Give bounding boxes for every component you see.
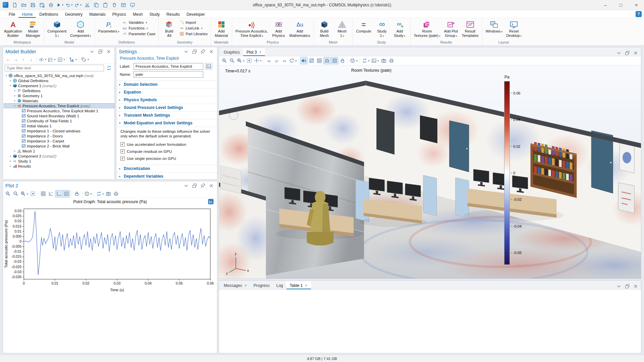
ribbon-windows[interactable]: Windows▾ [484,19,504,35]
tag-button[interactable]: ▾ [80,56,90,63]
tree-node-study-1[interactable]: ▸∞Study 1 [4,159,114,164]
scene-color-button[interactable]: ▾ [349,57,358,64]
sound-button[interactable] [300,57,308,64]
ribbon-parameters[interactable]: PiParameters▾ [97,19,121,35]
float-button[interactable] [624,50,631,56]
tree-node-results[interactable]: ▸Results [4,164,114,169]
settings-section-header-equation[interactable]: ▸Equation [116,88,217,96]
lock-button[interactable] [73,190,80,197]
information-tab-messages[interactable]: Messages× [220,282,250,289]
tree-node-impedance-3-carpet[interactable]: Impedance 3 - Carpet [4,138,114,143]
maximize-button[interactable]: □ [613,0,629,10]
menu-results[interactable]: Results [163,10,183,18]
tree-node-impedance-1-closed-windows[interactable]: Impedance 1 - Closed windows [4,128,114,133]
zoom-extents-button[interactable] [246,57,253,64]
ribbon-add-component[interactable]: AddComponent▾ [68,19,93,39]
collapse-button[interactable] [183,183,190,189]
ribbon-add-study[interactable]: ∞AddStudy▾ [391,19,409,39]
tree-node-impedance-2-brick-wall[interactable]: Impedance 2 - Brick Wall [4,143,114,148]
camera-button[interactable] [105,190,112,197]
plot-window-icon[interactable] [208,199,214,204]
menu-mesh[interactable]: Mesh [129,10,146,18]
ribbon-variables[interactable]: a=Variables▾ [121,20,157,25]
tree-node-definitions[interactable]: ▸Definitions [4,88,114,93]
zoom-in-button[interactable] [221,57,228,64]
view-yz-button[interactable]: yz [273,57,280,64]
collapse-button[interactable] [615,50,622,56]
default-view-button[interactable]: ▾ [253,57,262,64]
ribbon-build-all[interactable]: BuildAll [160,19,178,38]
settings-section-header-physics-symbols[interactable]: ▸Physics Symbols [116,96,217,104]
ribbon-reset-desktop[interactable]: ResetDesktop▾ [504,19,523,39]
settings-section-header-discretization[interactable]: ▸Discretization [116,165,217,173]
information-tab-close-icon[interactable]: × [245,284,247,287]
ribbon-functions[interactable]: f(x)Functions▾ [121,25,157,31]
show-grid-button[interactable] [316,57,323,64]
ribbon-compute[interactable]: =Compute [355,19,373,34]
tree-collapsed-icon[interactable]: ▸ [13,149,17,153]
tree-collapsed-icon[interactable]: ▸ [9,160,12,163]
legend-ic-button[interactable] [63,190,70,197]
rename-button[interactable] [205,63,212,70]
information-tab-log[interactable]: Log [273,282,286,289]
checkbox-compute-residual-on-gpu[interactable]: ✓Compute residual on GPU [120,148,214,155]
delete-button[interactable] [110,1,118,9]
menu-materials[interactable]: Materials [86,10,109,18]
close-small-button[interactable] [105,49,112,55]
update-button[interactable]: ▾ [361,57,370,64]
reset-desktop-button[interactable] [128,1,137,9]
grid-button[interactable] [40,190,47,197]
information-tab-table-1[interactable]: Table 1× [286,282,311,289]
tree-node-office-space-63-30t0-n4-ma-out-mph[interactable]: ▾office_space_63_30T0_N4_ma_out.mph(root… [4,73,114,78]
ribbon-component-1[interactable]: Component1▾ [46,19,68,39]
axes-button[interactable] [55,190,62,197]
filter-refresh-button[interactable] [105,64,113,72]
close-button[interactable]: × [629,0,644,10]
open-file-button[interactable] [19,1,28,9]
close-small-button[interactable] [208,183,215,189]
tree-node-continuity-of-total-fields-1[interactable]: Continuity of Total Fields 1 [4,118,114,123]
checkbox-use-single-precision-on-gpu[interactable]: ✓Use single precision on GPU [120,155,214,162]
save-button[interactable] [29,1,37,9]
menu-developer[interactable]: Developer [183,10,208,18]
zoom-extents-button[interactable] [29,190,37,197]
menu-geometry[interactable]: Geometry [61,10,86,18]
rotate-button[interactable]: ▾ [288,57,298,64]
tree-node-initial-values-1[interactable]: Initial Values 1 [4,123,114,128]
ribbon-build-mesh[interactable]: BuildMesh [316,19,333,38]
settings-section-header-dependent-variables[interactable]: ▸Dependent Variables [116,173,217,180]
settings-section-header-transient-mesh-settings[interactable]: ▸Transient Mesh Settings [116,112,217,119]
settings-section-header-domain-selection[interactable]: ▸Domain Selection [116,81,217,88]
undo-button[interactable]: ▾ [65,1,73,9]
tree-node-global-definitions[interactable]: ▸Global Definitions [4,78,114,83]
tree-expanded-icon[interactable]: ▾ [13,104,17,107]
run-button[interactable]: ▾ [56,1,64,9]
tree-collapsed-icon[interactable]: ▸ [13,99,17,102]
print-button[interactable] [47,1,55,9]
menu-study[interactable]: Study [146,10,163,18]
help-button[interactable]: ? [636,11,642,17]
label-input[interactable] [133,63,203,70]
ribbon-livelink[interactable]: LiveLink▾ [178,25,209,31]
tree-expanded-icon[interactable]: ▾ [9,84,12,87]
show-button[interactable]: ▾ [38,56,47,63]
tree-node-mesh-1[interactable]: ▸Mesh 1 [4,148,114,154]
tree-expanded-icon[interactable]: ▾ [4,74,8,77]
group-by-button[interactable]: ▾ [47,56,56,63]
expand-node-button[interactable]: ▾ [57,56,66,63]
tree-node-materials[interactable]: ▸Materials [4,98,114,103]
tree-node-pressure-acoustics-time-explicit-model-1[interactable]: Pressure Acoustics, Time Explicit Model … [4,108,114,113]
camera-button[interactable] [380,57,387,64]
view-zx-button[interactable]: zx [281,57,288,64]
paste-button[interactable] [101,1,109,9]
graphics-tab-close-icon[interactable]: × [259,51,262,54]
collapse-button[interactable] [615,283,622,289]
save-as-button[interactable] [38,1,46,9]
back-button[interactable]: ← [4,56,12,63]
ribbon-import[interactable]: Import [178,20,209,25]
model-tree-view-button[interactable]: ▾ [68,56,77,63]
print-button[interactable] [388,57,395,64]
minimize-button[interactable]: – [598,0,613,10]
ribbon-mesh-1[interactable]: Mesh1▾ [333,19,351,39]
ribbon-add-physics[interactable]: AddPhysics [270,19,287,38]
